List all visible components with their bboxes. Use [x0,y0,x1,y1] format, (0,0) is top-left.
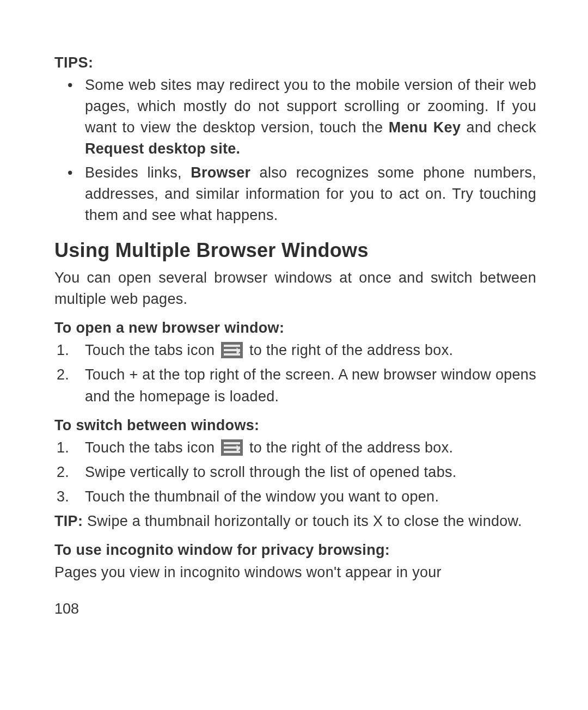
tips-list: Some web sites may redirect you to the m… [54,75,536,226]
subheading-switch: To switch between windows: [54,417,536,434]
list-item: Swipe vertically to scroll through the l… [54,462,536,483]
tip-item: Some web sites may redirect you to the m… [54,75,536,160]
subheading-incognito: To use incognito window for privacy brow… [54,542,536,559]
bold-text: Menu Key [389,119,461,136]
step-text: Touch the thumbnail of the window you wa… [85,488,439,505]
switch-steps-list: Touch the tabs icon to the right of the … [54,437,536,507]
open-steps-list: Touch the tabs icon to the right of the … [54,340,536,407]
tip-text: Swipe a thumbnail horizontally or touch … [83,513,522,529]
page-number: 108 [54,601,79,617]
incognito-paragraph: Pages you view in incognito windows won'… [54,562,536,583]
bold-text: Request desktop site. [85,140,240,157]
tabs-icon [221,342,243,358]
step-text: Touch + at the top right of the screen. … [85,366,536,404]
list-item: Touch + at the top right of the screen. … [54,364,536,407]
step-text: Touch the tabs icon [85,342,219,358]
tip-item: Besides links, Browser also recognizes s… [54,162,536,226]
tips-heading: TIPS: [54,54,536,71]
step-text: Touch the tabs icon [85,439,219,456]
document-page: TIPS: Some web sites may redirect you to… [0,0,588,710]
step-text: to the right of the address box. [245,342,453,358]
bold-text: Browser [191,164,250,181]
subheading-open: To open a new browser window: [54,320,536,336]
list-item: Touch the tabs icon to the right of the … [54,437,536,458]
tip-text: and check [461,119,536,136]
intro-paragraph: You can open several browser windows at … [54,267,536,310]
list-item: Touch the tabs icon to the right of the … [54,340,536,361]
step-text: to the right of the address box. [245,439,453,456]
tip-label: TIP: [54,513,83,529]
section-heading: Using Multiple Browser Windows [54,239,536,262]
step-text: Swipe vertically to scroll through the l… [85,464,457,480]
tabs-icon [221,439,243,456]
tip-paragraph: TIP: Swipe a thumbnail horizontally or t… [54,511,536,532]
list-item: Touch the thumbnail of the window you wa… [54,486,536,507]
tip-text: Besides links, [85,164,191,181]
